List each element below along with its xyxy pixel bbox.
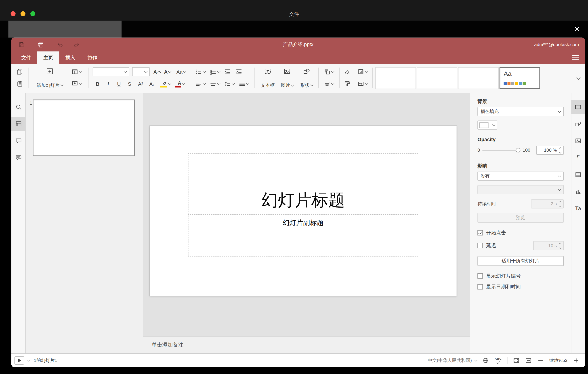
fit-to-slide-icon[interactable] bbox=[513, 357, 520, 364]
increase-indent-button[interactable] bbox=[234, 67, 244, 76]
slide-canvas[interactable]: 幻灯片标题 幻灯片副标题 bbox=[150, 126, 457, 296]
tab-collaboration[interactable]: 协作 bbox=[81, 51, 104, 64]
menu-icon[interactable] bbox=[572, 55, 579, 60]
increase-font-size-button[interactable]: A bbox=[152, 67, 162, 76]
arrange-shape-button[interactable] bbox=[321, 67, 336, 76]
chevron-down-icon bbox=[60, 83, 63, 86]
table-settings-icon[interactable] bbox=[571, 167, 585, 181]
title-placeholder[interactable]: 幻灯片标题 bbox=[188, 153, 418, 214]
theme-option-1[interactable] bbox=[375, 67, 416, 89]
document-language-icon[interactable] bbox=[483, 357, 490, 364]
columns-button[interactable] bbox=[237, 79, 250, 88]
duration-spinner[interactable]: 2 s bbox=[531, 199, 564, 208]
copy-style-button[interactable] bbox=[342, 79, 352, 88]
background-window-fragment bbox=[8, 21, 122, 38]
chevron-down-icon bbox=[365, 70, 368, 73]
clear-style-button[interactable] bbox=[342, 67, 352, 76]
shape-settings-icon[interactable] bbox=[571, 117, 585, 131]
line-spacing-button[interactable] bbox=[222, 79, 235, 88]
image-settings-icon[interactable] bbox=[571, 134, 585, 148]
preview-button[interactable]: 预览 bbox=[477, 213, 564, 223]
save-icon[interactable] bbox=[17, 40, 26, 49]
spin-up-icon[interactable] bbox=[559, 147, 561, 149]
zoom-in-icon[interactable] bbox=[573, 357, 580, 364]
text-box-button[interactable]: 文本框 bbox=[259, 66, 277, 91]
print-icon[interactable] bbox=[36, 40, 45, 49]
delay-checkbox[interactable] bbox=[477, 243, 483, 248]
insert-shape-button[interactable]: 形状 bbox=[298, 66, 315, 91]
insert-image-button[interactable]: 图片 bbox=[278, 66, 296, 91]
font-name-combo[interactable] bbox=[93, 67, 129, 76]
subtitle-placeholder[interactable]: 幻灯片副标题 bbox=[188, 215, 418, 257]
start-slideshow-status-button[interactable] bbox=[14, 356, 24, 365]
notes-area[interactable]: 单击添加备注 bbox=[143, 336, 470, 353]
start-slideshow-button[interactable] bbox=[68, 79, 84, 88]
window-title: 文件 bbox=[0, 11, 588, 18]
horizontal-align-button[interactable] bbox=[194, 79, 207, 88]
fit-to-width-icon[interactable] bbox=[525, 357, 532, 364]
background-fill-select[interactable]: 颜色填充 bbox=[477, 107, 564, 116]
opacity-spinner[interactable]: 100 % bbox=[536, 146, 564, 154]
redo-icon[interactable] bbox=[72, 40, 81, 49]
decrease-font-size-button[interactable]: A bbox=[163, 67, 172, 76]
undo-icon[interactable] bbox=[55, 40, 64, 49]
zoom-out-icon[interactable] bbox=[537, 357, 544, 364]
paragraph-settings-icon[interactable]: ¶ bbox=[571, 151, 585, 165]
subscript-button[interactable]: A₂ bbox=[147, 79, 157, 88]
chart-settings-icon[interactable] bbox=[571, 184, 585, 198]
slide-thumbnail-1[interactable] bbox=[33, 99, 135, 156]
font-size-combo[interactable] bbox=[132, 67, 150, 76]
apply-to-all-slides-button[interactable]: 适用于所有幻灯片 bbox=[477, 256, 564, 266]
slide-layout-button[interactable] bbox=[68, 67, 84, 76]
close-icon[interactable]: ✕ bbox=[572, 24, 582, 34]
chevron-down-icon[interactable] bbox=[27, 358, 30, 362]
effect-select[interactable]: 没有 bbox=[477, 172, 564, 180]
opacity-slider[interactable] bbox=[482, 148, 521, 153]
shape-fill-button[interactable] bbox=[355, 67, 370, 76]
paste-button[interactable] bbox=[15, 79, 24, 88]
textart-settings-icon[interactable]: Ta bbox=[571, 201, 585, 215]
text-language-button[interactable]: 中文(中华人民共和国) bbox=[428, 357, 477, 364]
spellcheck-icon[interactable]: ABC bbox=[495, 357, 502, 364]
theme-option-3[interactable] bbox=[458, 67, 499, 89]
slide-size-button[interactable] bbox=[355, 79, 370, 88]
feedback-icon[interactable] bbox=[11, 151, 26, 165]
delay-spinner[interactable]: 10 s bbox=[533, 241, 564, 250]
start-on-click-checkbox[interactable] bbox=[477, 230, 483, 236]
tab-home[interactable]: 主页 bbox=[37, 51, 59, 64]
slide-settings-icon[interactable] bbox=[571, 100, 585, 114]
chevron-down-icon bbox=[558, 109, 561, 112]
theme-option-selected[interactable]: Aa bbox=[500, 67, 540, 89]
underline-button[interactable]: U bbox=[114, 79, 124, 88]
status-bar: 1的幻灯片1 中文(中华人民共和国) ABC bbox=[11, 353, 585, 367]
show-slide-number-checkbox[interactable] bbox=[477, 273, 483, 279]
vertical-align-button[interactable] bbox=[208, 79, 221, 88]
tab-file[interactable]: 文件 bbox=[15, 51, 37, 64]
add-slide-button[interactable]: 添加幻灯片 bbox=[32, 66, 67, 91]
search-icon[interactable] bbox=[11, 100, 26, 114]
align-shape-button[interactable] bbox=[321, 79, 336, 88]
bold-button[interactable]: B bbox=[93, 79, 103, 88]
theme-option-2[interactable] bbox=[417, 67, 457, 89]
show-date-time-checkbox[interactable] bbox=[477, 284, 483, 290]
strikethrough-button[interactable]: S bbox=[125, 79, 135, 88]
tab-insert[interactable]: 插入 bbox=[59, 51, 81, 64]
effect-type-select[interactable] bbox=[477, 185, 564, 194]
theme-gallery-expand-button[interactable] bbox=[573, 67, 583, 89]
copy-button[interactable] bbox=[15, 67, 24, 76]
italic-button[interactable]: I bbox=[103, 79, 113, 88]
bullet-list-button[interactable] bbox=[194, 67, 207, 76]
opacity-max-label: 100 bbox=[523, 148, 530, 153]
comments-icon[interactable] bbox=[11, 134, 26, 148]
spin-down-icon[interactable] bbox=[559, 152, 561, 154]
change-case-button[interactable]: Aa bbox=[174, 67, 189, 76]
mac-titlebar: 文件 bbox=[0, 0, 588, 21]
superscript-button[interactable]: A² bbox=[135, 79, 146, 88]
highlight-color-button[interactable] bbox=[159, 79, 172, 88]
decrease-indent-button[interactable] bbox=[222, 67, 232, 76]
font-color-button[interactable]: A bbox=[174, 79, 189, 88]
numbered-list-button[interactable] bbox=[208, 67, 221, 76]
slides-panel-icon[interactable] bbox=[11, 117, 26, 131]
opacity-slider-knob[interactable] bbox=[516, 148, 520, 152]
background-color-select[interactable] bbox=[477, 121, 497, 130]
